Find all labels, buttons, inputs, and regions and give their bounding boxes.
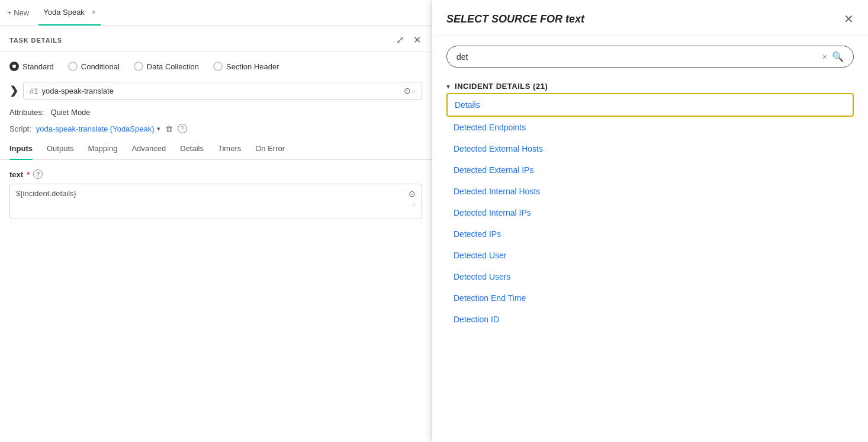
search-bar: × 🔍 [432,36,868,77]
tabs-row: Inputs Outputs Mapping Advanced Details … [0,138,432,160]
input-label: text * ? [9,169,422,179]
list-item[interactable]: Details [446,93,854,117]
list-item[interactable]: Detected External Hosts [446,138,854,159]
tab-bar: + New Yoda Speak × [0,0,432,26]
items-list: Details Detected Endpoints Detected Exte… [432,93,868,442]
attributes-value: Quiet Mode [50,108,90,117]
tab-mapping[interactable]: Mapping [88,138,118,160]
task-header-icons: ⤢ ✕ [395,33,422,47]
modal-close-button[interactable]: ✕ [844,12,854,26]
radio-conditional-circle [68,62,78,71]
radio-conditional-label: Conditional [81,62,120,71]
tab-on-error[interactable]: On Error [255,138,285,160]
search-input-wrapper: × 🔍 [446,46,854,68]
help-icon[interactable]: ? [178,124,187,133]
radio-section-header[interactable]: Section Header [213,62,279,71]
list-item[interactable]: Detected Internal IPs [446,202,854,223]
expand-button[interactable]: ⤢ [395,33,405,47]
radio-standard[interactable]: Standard [9,62,54,71]
list-item[interactable]: Detected External IPs [446,159,854,181]
radio-data-collection[interactable]: Data Collection [134,62,199,71]
list-item[interactable]: Detection ID [446,309,854,330]
tab-close-button[interactable]: × [92,8,96,17]
list-item-label: Detected Internal IPs [454,208,531,217]
list-item-label: Detected Internal Hosts [454,187,540,196]
list-item-label: Detected External IPs [454,165,533,175]
list-item[interactable]: Detected User [446,245,854,266]
tab-outputs[interactable]: Outputs [47,138,74,160]
radio-section-header-circle [213,62,223,71]
list-item-label: Detected IPs [454,229,501,239]
radio-standard-circle [9,62,19,71]
task-details-header: TASK DETAILS ⤢ ✕ [0,26,432,52]
input-field-name: text [9,170,23,179]
task-details-title: TASK DETAILS [9,37,62,44]
tab-timers[interactable]: Timers [218,138,241,160]
modal-header: SELECT SOURCE FOR text ✕ [432,0,868,36]
tab-advanced[interactable]: Advanced [131,138,166,160]
left-panel: + New Yoda Speak × TASK DETAILS ⤢ ✕ Stan… [0,0,432,442]
list-item-label: Detected User [454,251,506,260]
list-item[interactable]: Detected Users [446,266,854,287]
search-clear-button[interactable]: × [822,52,827,62]
list-item[interactable]: Detected Internal Hosts [446,181,854,202]
attributes-label: Attributes: [9,108,44,117]
list-item[interactable]: Detected Endpoints [446,117,854,138]
script-row: Script: yoda-speak-translate (YodaSpeak)… [0,121,432,138]
list-item[interactable]: Detected IPs [446,223,854,245]
new-tab-button[interactable]: + New [7,8,29,17]
list-item[interactable]: Detection End Time [446,287,854,309]
task-input-icon[interactable]: ⊙ [404,86,411,95]
script-link[interactable]: yoda-speak-translate (YodaSpeak) ▾ [36,124,160,133]
required-marker: * [27,170,30,179]
input-content-box[interactable]: ${incident.details} ⊙ ⊿ [9,184,422,219]
task-arrow-icon: ❯ [9,84,18,97]
radio-section-header-label: Section Header [226,62,279,71]
yoda-speak-tab[interactable]: Yoda Speak × [38,0,101,25]
tab-inputs[interactable]: Inputs [9,138,33,160]
radio-conditional[interactable]: Conditional [68,62,120,71]
section-title: INCIDENT DETAILS (21) [455,82,548,91]
input-resize-handle: ⊿ [411,201,416,207]
script-dropdown-icon: ▾ [157,125,160,133]
attributes-row: Attributes: Quiet Mode [0,103,432,121]
search-input[interactable] [456,52,818,62]
radio-data-collection-circle [134,62,143,71]
task-name-input[interactable] [41,87,404,95]
select-source-modal: SELECT SOURCE FOR text ✕ × 🔍 ▾ INCIDENT … [432,0,868,442]
list-item-label: Detected Endpoints [454,123,526,132]
task-input-wrapper: #1 ⊙ ⊿ [23,82,422,100]
search-icon[interactable]: 🔍 [832,51,844,62]
trash-icon[interactable]: 🗑 [165,124,173,133]
task-number: #1 [30,87,38,95]
input-help-icon[interactable]: ? [33,169,43,179]
task-input-row: ❯ #1 ⊙ ⊿ [0,78,432,103]
list-item-label: Detection ID [454,315,499,324]
input-section: text * ? ${incident.details} ⊙ ⊿ [0,160,432,442]
list-item-label: Detected External Hosts [454,144,543,153]
collapse-icon[interactable]: ▾ [446,82,450,91]
tab-details[interactable]: Details [180,138,204,160]
close-button[interactable]: ✕ [412,33,422,47]
list-item-label: Detection End Time [454,293,526,303]
input-value: ${incident.details} [16,189,76,198]
resize-handle: ⊿ [411,88,416,94]
script-value: yoda-speak-translate (YodaSpeak) [36,124,155,133]
input-icon[interactable]: ⊙ [409,189,416,198]
radio-standard-label: Standard [22,62,54,71]
script-label: Script: [9,124,31,133]
radio-group: Standard Conditional Data Collection Sec… [0,52,432,78]
section-header: ▾ INCIDENT DETAILS (21) [432,77,868,93]
list-item-label: Details [455,100,480,110]
list-item-label: Detected Users [454,272,510,281]
tab-label: Yoda Speak [43,8,85,17]
radio-data-collection-label: Data Collection [147,62,199,71]
modal-title: SELECT SOURCE FOR text [446,13,584,25]
